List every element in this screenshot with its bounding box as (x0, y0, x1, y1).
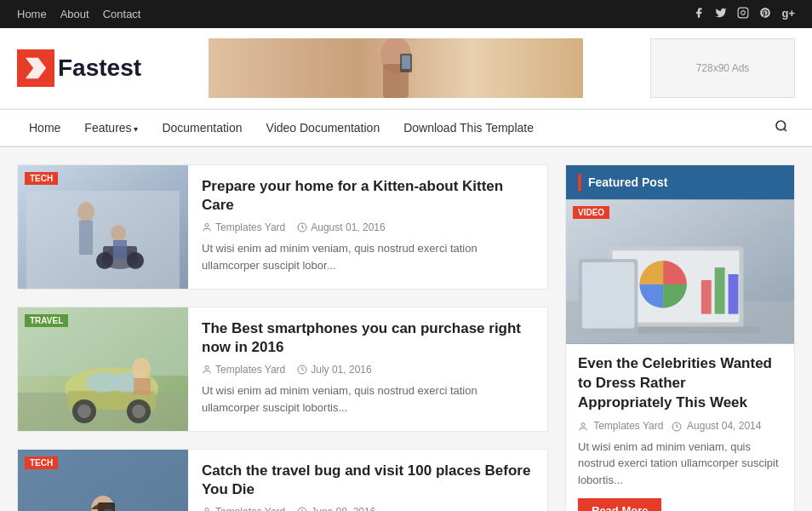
sidebar: Featured Post (565, 164, 795, 511)
google-plus-icon[interactable]: g+ (781, 7, 795, 21)
nav-video-documentation[interactable]: Video Documentation (254, 110, 392, 146)
top-bar-nav: Home About Contact (17, 8, 140, 20)
article-date-3: June 08, 2016 (297, 506, 375, 511)
article-author-1: Templates Yard (202, 221, 285, 233)
ads-label: 728x90 Ads (696, 62, 750, 74)
article-meta-3: Templates Yard June 08, 2016 (202, 506, 534, 511)
svg-point-30 (132, 405, 146, 418)
svg-rect-7 (402, 55, 410, 69)
featured-post-title: Featured Post (588, 175, 667, 189)
topbar-about[interactable]: About (60, 8, 89, 20)
svg-point-12 (77, 202, 94, 222)
nav-features[interactable]: Features (72, 110, 150, 146)
facebook-icon[interactable] (693, 7, 705, 21)
svg-rect-56 (582, 262, 635, 328)
article-meta-2: Templates Yard July 01, 2016 (202, 364, 534, 376)
article-card: TECH Prepare your home for a Kitten-abou… (17, 164, 548, 290)
featured-post-header: Featured Post (566, 165, 794, 199)
article-excerpt-1: Ut wisi enim ad minim veniam, quis nostr… (202, 240, 534, 273)
nav-download-template[interactable]: Download This Template (392, 110, 546, 146)
article-tag-3: TECH (25, 456, 58, 469)
svg-point-17 (127, 252, 144, 269)
svg-point-16 (96, 252, 113, 269)
featured-date: August 04, 2014 (672, 420, 761, 432)
article-author-2: Templates Yard (202, 364, 285, 376)
svg-rect-51 (715, 267, 725, 314)
article-date-2: July 01, 2016 (297, 364, 371, 376)
topbar-contact[interactable]: Contact (103, 8, 141, 20)
search-icon[interactable] (768, 112, 795, 143)
svg-rect-13 (79, 221, 93, 255)
featured-author: Templates Yard (578, 420, 663, 432)
featured-post-widget: Featured Post (565, 164, 795, 511)
featured-video-tag: VIDEO (573, 206, 609, 219)
article-thumbnail-2: TRAVEL (18, 307, 188, 431)
svg-rect-19 (113, 240, 127, 259)
svg-rect-11 (26, 191, 180, 289)
instagram-icon[interactable] (737, 7, 749, 21)
nav-documentation[interactable]: Documentation (150, 110, 254, 146)
article-body-2: The Best smartphones you can purchase ri… (188, 307, 547, 431)
featured-thumb: VIDEO (566, 199, 794, 344)
article-date-1: August 01, 2016 (297, 221, 385, 233)
nav-items: Home Features Documentation Video Docume… (17, 110, 546, 146)
article-thumbnail-3: TECH (18, 450, 188, 511)
pinterest-icon[interactable] (759, 7, 771, 21)
svg-point-20 (205, 224, 209, 227)
article-tag-1: TECH (25, 172, 58, 185)
article-body-1: Prepare your home for a Kitten-about Kit… (188, 165, 547, 289)
featured-body: Even the Celebrities Wanted to Dress Rat… (566, 344, 794, 511)
logo-icon (17, 49, 54, 87)
svg-point-33 (132, 358, 151, 380)
svg-rect-0 (739, 8, 749, 18)
article-tag-2: TRAVEL (25, 314, 68, 327)
header-banner (209, 38, 583, 98)
main-nav: Home Features Documentation Video Docume… (0, 109, 812, 147)
main-articles: TECH Prepare your home for a Kitten-abou… (17, 164, 548, 511)
svg-point-8 (776, 121, 786, 130)
svg-marker-2 (26, 58, 46, 78)
featured-meta: Templates Yard August 04, 2014 (578, 420, 782, 432)
svg-rect-34 (134, 378, 151, 395)
read-more-button[interactable]: Read More (578, 498, 661, 511)
svg-point-57 (581, 422, 585, 426)
twitter-icon[interactable] (715, 7, 727, 21)
article-author-3: Templates Yard (202, 506, 285, 511)
ads-box: 728x90 Ads (650, 38, 795, 98)
header: Fastest (0, 28, 812, 109)
article-excerpt-2: Ut wisi enim ad minim veniam, quis nostr… (202, 382, 534, 416)
accent-bar (578, 174, 581, 191)
article-title-2[interactable]: The Best smartphones you can purchase ri… (202, 319, 534, 357)
svg-rect-50 (701, 280, 712, 314)
article-title-1[interactable]: Prepare your home for a Kitten-about Kit… (202, 177, 534, 215)
svg-rect-52 (729, 274, 739, 314)
nav-home[interactable]: Home (17, 110, 72, 146)
article-meta-1: Templates Yard August 01, 2016 (202, 221, 534, 233)
top-bar-social: g+ (693, 7, 795, 21)
content-area: TECH Prepare your home for a Kitten-abou… (0, 147, 812, 511)
article-title-3[interactable]: Catch the travel bug and visit 100 place… (202, 462, 534, 499)
svg-line-9 (784, 129, 786, 131)
topbar-home[interactable]: Home (17, 8, 47, 20)
featured-excerpt: Ut wisi enim ad minim veniam, quis nostr… (578, 439, 782, 489)
top-bar: Home About Contact g+ (0, 0, 812, 28)
article-card-2: TRAVEL The Best smartphones you can purc… (17, 307, 548, 432)
article-body-3: Catch the travel bug and visit 100 place… (188, 450, 547, 511)
logo-text: Fastest (58, 55, 141, 82)
svg-point-29 (77, 405, 91, 418)
svg-point-35 (205, 366, 209, 370)
featured-title[interactable]: Even the Celebrities Wanted to Dress Rat… (578, 354, 782, 413)
logo[interactable]: Fastest (17, 49, 141, 87)
article-thumbnail-1: TECH (18, 165, 188, 289)
svg-point-18 (111, 225, 126, 242)
article-card-3: TECH Catch the travel bug and visit 100 … (17, 449, 548, 511)
